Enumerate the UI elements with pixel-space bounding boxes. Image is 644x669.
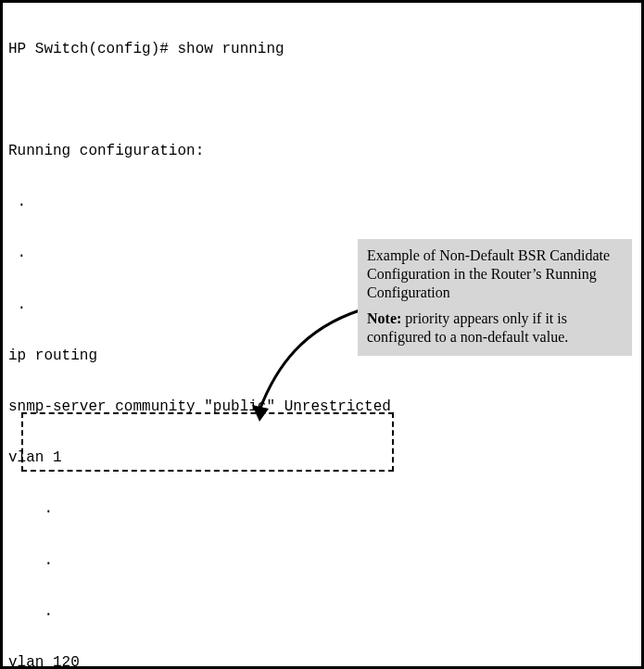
callout-title: Example of Non-Default BSR Candidate Con… xyxy=(367,246,623,302)
cli-line: HP Switch(config)# show running xyxy=(8,41,436,57)
cli-line: snmp-server community "public" Unrestric… xyxy=(8,398,436,415)
callout-note: Note: priority appears only if it is con… xyxy=(367,309,623,347)
cli-line: vlan 120 xyxy=(8,654,436,669)
cli-line: Running configuration: xyxy=(8,143,436,159)
callout-box: Example of Non-Default BSR Candidate Con… xyxy=(358,239,632,356)
terminal-frame: HP Switch(config)# show running Running … xyxy=(0,0,644,669)
cli-line: . xyxy=(8,552,436,569)
cli-line: . xyxy=(8,603,436,620)
callout-note-label: Note: xyxy=(367,310,401,326)
cli-line: vlan 1 xyxy=(8,449,436,466)
cli-line xyxy=(8,92,436,108)
cli-line: . xyxy=(8,500,436,517)
cli-line: . xyxy=(8,194,436,210)
